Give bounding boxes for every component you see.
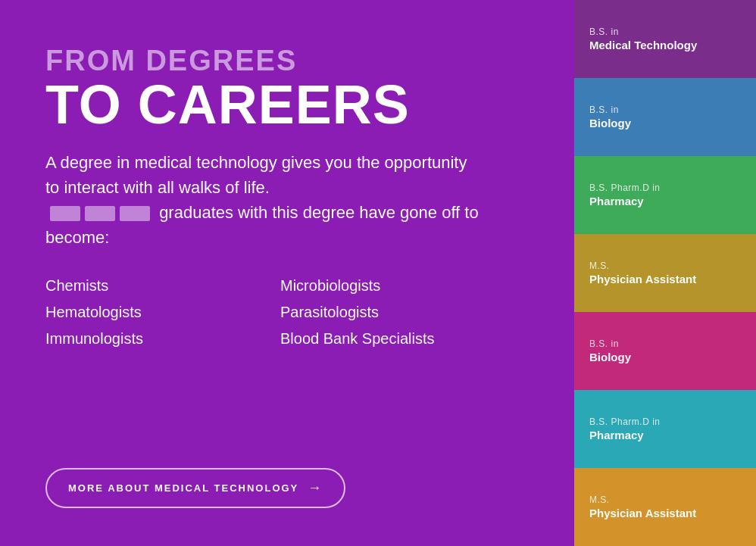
sidebar-degree-type: M.S. [589, 261, 741, 271]
cta-button[interactable]: MORE ABOUT MEDICAL TECHNOLOGY → [45, 468, 345, 508]
sidebar-degree-name: Biology [589, 351, 741, 363]
sidebar-degree-name: Biology [589, 117, 741, 129]
page-wrapper: FROM DEGREES TO CAREERS A degree in medi… [0, 0, 756, 546]
logo-block-3 [120, 206, 150, 221]
career-item: Hematologists [45, 304, 235, 321]
main-panel: FROM DEGREES TO CAREERS A degree in medi… [0, 0, 574, 546]
sidebar-degree-name: Physician Assistant [589, 273, 741, 285]
sidebar-degree-type: B.S. in [589, 339, 741, 349]
heading-sub: FROM DEGREES [45, 45, 529, 77]
sidebar-degree-type: B.S. in [589, 27, 741, 37]
logo-block-1 [50, 206, 80, 221]
sidebar-degree-type: B.S. Pharm.D in [589, 417, 741, 427]
sidebar-degree-name: Pharmacy [589, 429, 741, 441]
career-item: Chemists [45, 277, 235, 295]
sidebar-degree-type: M.S. [589, 495, 741, 505]
careers-list: ChemistsMicrobiologistsHematologistsPara… [45, 277, 470, 348]
sidebar-item-3[interactable]: M.S.Physician Assistant [574, 234, 756, 312]
sidebar-item-1[interactable]: B.S. inBiology [574, 78, 756, 156]
description: A degree in medical technology gives you… [45, 150, 485, 250]
career-item: Microbiologists [280, 277, 470, 295]
career-item: Immunologists [45, 330, 235, 348]
sidebar-degree-name: Medical Technology [589, 39, 741, 51]
sidebar-degree-name: Physician Assistant [589, 507, 741, 519]
sidebar-item-4[interactable]: B.S. inBiology [574, 312, 756, 390]
university-logo [50, 206, 150, 221]
heading-section: FROM DEGREES TO CAREERS [45, 45, 529, 132]
career-item: Parasitologists [280, 304, 470, 321]
description-part1: A degree in medical technology gives you… [45, 153, 467, 197]
logo-block-2 [85, 206, 115, 221]
sidebar-degree-type: B.S. Pharm.D in [589, 183, 741, 193]
sidebar-item-2[interactable]: B.S. Pharm.D inPharmacy [574, 156, 756, 234]
sidebar-degree-name: Pharmacy [589, 195, 741, 207]
cta-arrow-icon: → [308, 480, 323, 496]
sidebar-item-0[interactable]: B.S. inMedical Technology [574, 0, 756, 78]
heading-main: TO CAREERS [45, 77, 529, 132]
cta-label: MORE ABOUT MEDICAL TECHNOLOGY [68, 482, 298, 494]
sidebar-degree-type: B.S. in [589, 105, 741, 115]
sidebar-item-5[interactable]: B.S. Pharm.D inPharmacy [574, 390, 756, 468]
sidebar-item-6[interactable]: M.S.Physician Assistant [574, 468, 756, 546]
career-item: Blood Bank Specialists [280, 330, 470, 348]
sidebar: B.S. inMedical TechnologyB.S. inBiologyB… [574, 0, 756, 546]
